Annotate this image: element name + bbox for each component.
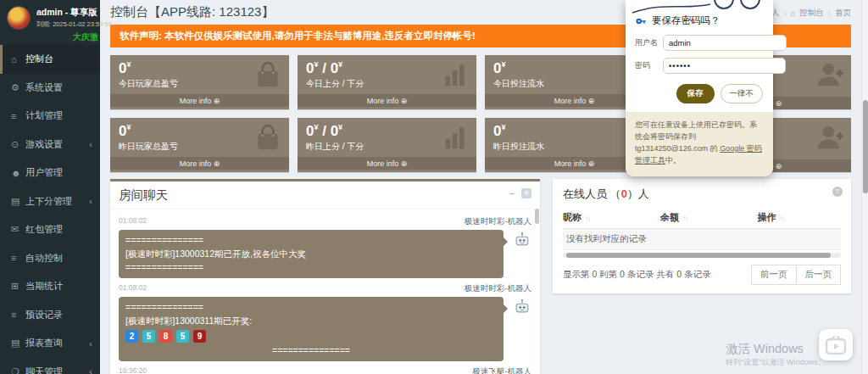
gear-icon: ⚙ [11,82,25,93]
sidebar-item-label: 自动控制 [25,252,63,265]
save-button[interactable]: 保存 [676,84,715,103]
page-scrollbar-thumb[interactable] [863,100,868,193]
sort-icon[interactable]: ↑↓ [780,215,785,222]
help-icon[interactable]: ? [832,187,843,197]
sidebar: admin - 尊享版 到期: 2025-01-02 23:59:59 大庆激 … [0,0,100,374]
message-line: [极速时时彩]13000312期已开放,祝各位中大奖 [125,248,497,261]
next-page-button[interactable]: 后一页 [796,265,842,285]
never-button[interactable]: 一律不 [721,84,764,103]
stat-label: 昨日玩家总盈亏 [110,140,289,157]
dashboard-icon: ⌂ [11,54,25,64]
user-avatar [7,6,31,30]
page-scrollbar[interactable] [861,0,868,374]
sidebar-item-2[interactable]: ≡计划管理 [0,102,100,131]
sidebar-item-7[interactable]: ≡自动控制 [0,244,100,273]
message-sender: 极速时时彩-机器人 [465,216,531,227]
sidebar-item-6[interactable]: ✉红包管理 [0,215,100,244]
message-sender: 极速飞艇-机器人 [472,366,531,374]
lottery-ball: 5 [176,330,189,343]
chat-message-1: ===============[极速时时彩]13000311期已开奖:25859… [119,297,531,361]
gamepad-icon: ⊙ [11,139,25,150]
breadcrumb-separator: › [828,8,831,18]
breadcrumb-console[interactable]: 控制台 [799,8,824,19]
chat-message-list: 01:08:02极速时时彩-机器人===============[极速时时彩]1… [110,209,540,374]
sort-icon[interactable]: ↑↓ [682,215,687,222]
more-info-link[interactable]: More info ⊕ [110,157,289,170]
stat-box-5: 0¥ / 0¥昨日上分 / 下分More info ⊕ [298,118,476,172]
tv-play-icon [825,335,847,355]
message-bubble: ===============[极速时时彩]13000311期已开奖:25859… [119,297,504,361]
sidebar-item-8[interactable]: ⊞当期统计 [0,272,100,301]
video-float-button[interactable] [819,329,853,360]
message-meta: 01:08:02极速时时彩-机器人 [119,216,531,227]
sidebar-item-label: 红包管理 [25,223,63,236]
user-name: admin - 尊享版 [36,7,112,19]
sidebar-item-1[interactable]: ⚙系统设置 [0,74,100,103]
sidebar-item-0[interactable]: ⌂控制台 [0,45,100,74]
password-field[interactable] [663,58,786,74]
minimize-icon[interactable]: − [509,188,515,198]
online-empty-row: 没有找到对应的记录 [563,229,841,250]
sidebar-item-5[interactable]: ▤上下分管理‹ [0,187,100,216]
chat-panel-title: 房间聊天 [110,181,540,209]
online-users-panel: 在线人员 （0）人 ? 昵称↑↓余额↑↓操作↑↓ 没有找到对应的记录 显示第 0… [553,179,851,293]
sidebar-item-3[interactable]: ⊙游戏设置‹ [0,131,100,159]
sidebar-item-4[interactable]: ☻用户管理 [0,159,100,187]
breadcrumb-home[interactable]: 首页 [835,8,851,19]
sidebar-menu: ⌂控制台⚙系统设置≡计划管理⊙游戏设置‹☻用户管理▤上下分管理‹✉红包管理≡自动… [0,45,100,374]
stat-label: 今日玩家总盈亏 [110,77,289,94]
sidebar-item-label: 报表查询 [25,337,63,349]
doodle-circles [626,0,773,14]
chevron-left-icon: ‹ [89,139,92,149]
message-time: 01:08:02 [119,283,147,294]
sort-icon[interactable]: ↑↓ [585,215,590,222]
robot-avatar [513,297,531,315]
dialog-title: 要保存密码吗？ [652,14,721,27]
sidebar-item-label: 用户管理 [25,166,63,179]
online-users-title: 在线人员 （0）人 [563,187,841,202]
prev-page-button[interactable]: 前一页 [751,265,797,285]
chat-scrollbar[interactable] [535,209,539,224]
stat-box-1: 0¥ / 0¥今日上分 / 下分More info ⊕ [298,55,476,109]
sidebar-item-label: 系统设置 [25,81,63,94]
message-sender: 极速时时彩-机器人 [465,283,531,294]
sidebar-item-10[interactable]: ▤报表查询‹ [0,329,100,358]
message-line: =============== [125,344,497,358]
stat-value: 0¥ / 0¥ [298,118,476,140]
lottery-ball: 2 [125,330,138,343]
online-column-2[interactable]: 操作↑↓ [758,211,841,224]
pagination: 前一页 后一页 [751,265,841,285]
announcement-marquee: 大庆激 [0,31,100,43]
message-time: 16:36:20 [119,366,147,374]
online-column-1[interactable]: 余额↑↓ [660,211,758,224]
online-count: 0 [621,187,627,200]
chevron-left-icon: ‹ [89,366,92,374]
sidebar-item-label: 游戏设置 [25,138,63,151]
breadcrumb-separator: › [783,8,786,18]
more-info-link[interactable]: More info ⊕ [110,94,289,107]
message-meta: 01:08:02极速时时彩-机器人 [119,283,531,294]
close-icon[interactable]: ✕ [521,188,531,198]
envelope-icon: ✉ [11,224,25,235]
sidebar-item-label: 预设记录 [25,309,63,321]
more-info-link[interactable]: More info ⊕ [298,157,476,170]
sidebar-item-label: 上下分管理 [25,195,72,208]
page-title: 控制台【APP线路: 123123】 [110,4,274,19]
sidebar-item-9[interactable]: ≡预设记录 [0,301,100,330]
sidebar-item-label: 控制台 [25,53,53,65]
online-hscrollbar[interactable] [563,253,841,258]
more-info-link[interactable]: More info ⊕ [298,94,476,107]
online-column-0[interactable]: 昵称↑↓ [563,211,660,224]
room-chat-panel: 房间聊天 − ✕ 01:08:02极速时时彩-机器人==============… [110,179,540,374]
cart-icon: ⊞ [11,281,25,292]
sidebar-item-11[interactable]: ❍聊天管理‹ [0,358,100,374]
users-icon: ☻ [11,168,25,178]
username-label: 用户名 [635,37,663,48]
chevron-left-icon: ‹ [89,196,92,206]
stat-box-0: 0¥今日玩家总盈亏More info ⊕ [110,55,289,109]
lottery-ball: 8 [159,330,172,343]
save-password-dialog: 要保存密码吗？ 用户名 密码 保存 一律不 您可在任意设备上使用已存密码。系统会… [626,0,773,176]
username-field[interactable] [663,35,787,51]
list-icon: ≡ [11,253,25,263]
stat-value: 0¥ / 0¥ [298,55,476,77]
